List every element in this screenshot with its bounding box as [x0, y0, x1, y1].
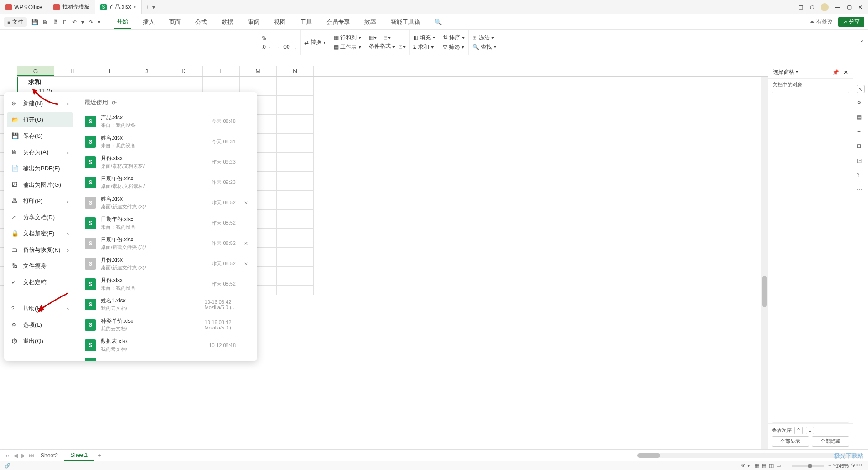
file-menu-item[interactable]: ⏻退出(Q) [7, 334, 73, 349]
split-icon[interactable]: ⊟▾ [383, 34, 391, 41]
settings-icon[interactable]: ⚙ [857, 99, 865, 108]
file-menu-item[interactable]: 🗜文件瘦身 [7, 258, 73, 274]
merge-icon[interactable]: ▦▾ [369, 34, 377, 41]
move-down-button[interactable]: ⌄ [806, 427, 814, 434]
close-icon[interactable]: ✕ [244, 261, 249, 267]
tab-home[interactable]: 开始 [114, 18, 131, 29]
tab-review[interactable]: 审阅 [245, 18, 262, 26]
recent-file-item[interactable]: S 姓名.xlsx 桌面/新建文件夹 (3)/ 昨天 08:52 ✕ [76, 193, 257, 213]
column-header[interactable]: L [203, 66, 240, 76]
sheet-tab[interactable]: Sheet1 [64, 451, 94, 461]
file-menu-item[interactable]: 📄输出为PDF(F) [7, 161, 73, 176]
minimize-icon[interactable]: — [835, 4, 840, 10]
cell[interactable] [277, 86, 314, 96]
cell[interactable] [277, 124, 314, 134]
cube-icon[interactable]: ⬡ [810, 4, 814, 10]
recent-file-item[interactable]: S 姓名1.xlsx 我的云文档/ 10-16 08:42Mozilla/5.0… [76, 294, 257, 315]
cell[interactable] [277, 162, 314, 172]
scroll-thumb[interactable] [762, 276, 767, 307]
column-header[interactable]: I [91, 66, 128, 76]
tab-add[interactable]: ＋ ▾ [142, 3, 159, 11]
cell[interactable] [240, 77, 277, 86]
refresh-icon[interactable]: ⟳ [112, 99, 117, 106]
properties-icon[interactable]: ▤ [857, 114, 865, 122]
cell[interactable] [91, 77, 128, 86]
cell[interactable] [277, 219, 314, 229]
recent-file-item[interactable]: S 日期年份.xlsx 桌面/新建文件夹 (3)/ 昨天 08:52 ✕ [76, 233, 257, 254]
close-icon[interactable]: ✕ [244, 240, 249, 247]
column-header[interactable]: H [54, 66, 91, 76]
recent-file-item[interactable]: S 数据表.xlsx 我的云文档/ 10-12 08:48 [76, 335, 257, 355]
recent-file-item[interactable]: S 姓名.xlsx 来自：我的设备 今天 08:31 [76, 132, 257, 152]
file-menu-item[interactable]: 🖼输出为图片(G) [7, 177, 73, 193]
cell[interactable] [203, 77, 240, 86]
cell[interactable] [128, 77, 165, 86]
file-menu-item[interactable]: ⚙选项(L) [7, 317, 73, 333]
sum-button[interactable]: Σ 求和 ▾ [413, 43, 435, 51]
view-layout-icon[interactable]: ◫ [769, 463, 774, 469]
cell[interactable] [277, 105, 314, 115]
convert-button[interactable]: ⇄ 转换 ▾ [304, 38, 326, 46]
view-normal-icon[interactable]: ▦ [755, 463, 759, 469]
eye-icon[interactable]: 👁 ▾ [741, 463, 750, 469]
cell[interactable] [277, 286, 314, 295]
show-all-button[interactable]: 全部显示 [772, 436, 809, 446]
tab-view[interactable]: 视图 [271, 18, 288, 26]
column-header[interactable]: J [128, 66, 165, 76]
pin-icon[interactable]: 📌 [832, 69, 839, 75]
recent-file-item[interactable]: S 日期年份.xlsx 桌面/素材/文档素材/ 昨天 09:23 [76, 172, 257, 193]
tab-smart[interactable]: 智能工具箱 [388, 18, 423, 26]
percent-icon[interactable]: ％ [261, 34, 297, 42]
cell[interactable] [277, 96, 314, 105]
cloud-icon[interactable]: ☁ 有修改 [809, 18, 833, 26]
file-menu-item[interactable]: 🗎另存为(A)› [7, 145, 73, 160]
cell[interactable] [277, 181, 314, 191]
comma-icon[interactable]: , [295, 44, 297, 50]
fill-button[interactable]: ◧ 填充 ▾ [413, 34, 435, 42]
cell[interactable] [277, 143, 314, 153]
cell[interactable] [277, 248, 314, 257]
file-menu-item[interactable]: 🔒文档加密(E)› [7, 226, 73, 241]
column-header[interactable]: M [240, 66, 277, 76]
cell[interactable] [277, 115, 314, 124]
cell[interactable] [277, 210, 314, 219]
more-icon[interactable]: ⋯ [857, 186, 865, 194]
rowcol-button[interactable]: ▦ 行和列 ▾ [334, 34, 361, 42]
undo-icon[interactable]: ↶ [72, 19, 77, 25]
collapse-icon[interactable]: ⌃ [860, 39, 864, 46]
last-sheet-icon[interactable]: ⏭ [29, 452, 34, 459]
vertical-scrollbar[interactable] [761, 77, 768, 449]
recent-file-item[interactable]: ▭ 数据表.dbt 09-22 10:58 [76, 355, 257, 361]
sort-button[interactable]: ⇅ 排序 ▾ [443, 34, 465, 42]
row-header[interactable] [0, 77, 17, 86]
share-button[interactable]: ↗ 分享 [838, 17, 864, 27]
file-menu-item[interactable]: 🖶打印(P)› [7, 193, 73, 209]
close-icon[interactable]: ✕ [244, 200, 249, 206]
add-sheet-icon[interactable]: ＋ [97, 451, 102, 459]
style-icon[interactable]: ✦ [857, 128, 865, 136]
redo-icon[interactable]: ↷ [89, 19, 93, 25]
save-as-icon[interactable]: 🗎 [42, 19, 48, 25]
filter-button[interactable]: ▽ 筛选 ▾ [443, 43, 465, 51]
link-icon[interactable]: 🔗 [5, 463, 11, 469]
zoom-slider[interactable] [792, 465, 824, 467]
tab-formula[interactable]: 公式 [193, 18, 210, 26]
tab-efficiency[interactable]: 效率 [362, 18, 379, 26]
file-menu-item[interactable]: 💾保存(S) [7, 128, 73, 144]
sidebar-icon[interactable]: ◫ [798, 4, 803, 10]
avatar-icon[interactable] [821, 3, 829, 11]
cell[interactable] [54, 77, 91, 86]
hide-all-button[interactable]: 全部隐藏 [812, 436, 849, 446]
column-header[interactable]: K [165, 66, 203, 76]
tab-tools[interactable]: 工具 [297, 18, 315, 26]
file-menu-item[interactable]: ↗分享文档(D) [7, 210, 73, 225]
preview-icon[interactable]: 🗋 [62, 19, 68, 25]
title-tab-template[interactable]: 找稻壳模板 [48, 0, 95, 14]
cell[interactable] [277, 267, 314, 276]
backup-icon[interactable]: ◲ [857, 157, 865, 165]
find-button[interactable]: 🔍 查找 ▾ [472, 43, 496, 51]
file-menu-item[interactable]: ✓文档定稿 [7, 275, 73, 290]
cell[interactable] [277, 77, 314, 86]
cell[interactable] [277, 257, 314, 267]
worksheet-button[interactable]: ▤ 工作表 ▾ [334, 43, 361, 51]
